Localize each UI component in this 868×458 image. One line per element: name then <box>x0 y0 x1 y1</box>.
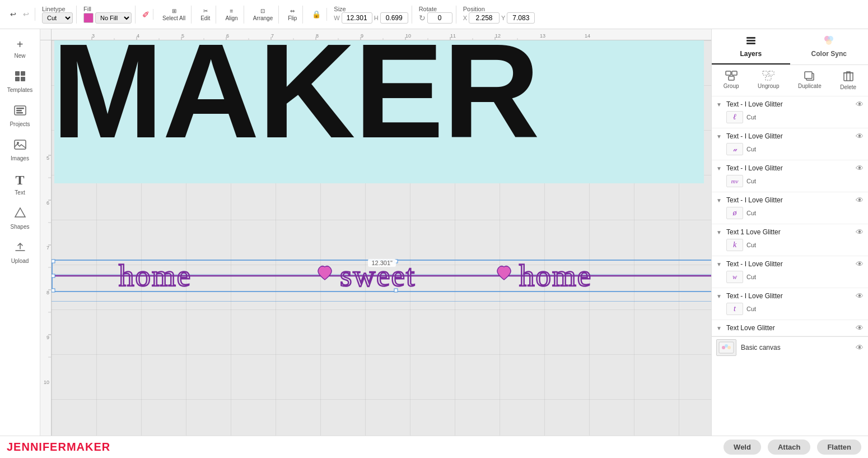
layer-header[interactable]: ▼ Text - I Love Glitter 👁 <box>716 132 864 141</box>
eye-icon[interactable]: 👁 <box>856 228 864 237</box>
layer-thumbnail: t <box>726 303 743 315</box>
jennifer-maker-logo: JENNIFERMAKER <box>7 441 110 454</box>
layer-item: ▼ Text - I Love Glitter 👁 ø Cut <box>712 192 868 224</box>
position-y-input[interactable] <box>507 12 535 24</box>
align-button[interactable]: ≡ Align <box>223 6 240 24</box>
svg-rect-54 <box>746 37 755 39</box>
rotate-label: Rotate <box>419 6 452 12</box>
sidebar-item-images[interactable]: Images <box>3 134 37 166</box>
position-x-label: X <box>463 15 467 21</box>
layer-header[interactable]: ▼ Text 1 Love Glitter 👁 <box>716 228 864 237</box>
tab-color-sync[interactable]: Color Sync <box>790 29 869 64</box>
arrange-button[interactable]: ⊡ Arrange <box>251 6 276 24</box>
svg-rect-5 <box>16 108 24 109</box>
svg-rect-46 <box>52 260 55 263</box>
layer-cut-label: Cut <box>746 274 756 280</box>
eye-icon[interactable]: 👁 <box>856 292 864 300</box>
flip-button[interactable]: ⇔ Flip <box>286 6 299 24</box>
size-group: Size W H <box>330 6 412 24</box>
layer-header[interactable]: ▼ Text - I Love Glitter 👁 <box>716 196 864 205</box>
main-toolbar: ↩ ↩ Linetype Cut Draw Score Fill No Fill… <box>0 0 868 29</box>
undo-button[interactable]: ↩ <box>8 8 18 21</box>
group-button[interactable]: Group <box>719 68 744 92</box>
layer-cut-label: Cut <box>746 242 756 248</box>
linetype-select[interactable]: Cut Draw Score <box>42 12 73 24</box>
svg-point-59 <box>826 39 832 45</box>
layer-header[interactable]: ▼ Text - I Love Glitter 👁 <box>716 100 864 109</box>
svg-rect-64 <box>769 71 774 75</box>
svg-rect-61 <box>732 71 737 75</box>
tab-layers[interactable]: Layers <box>712 29 790 64</box>
flatten-button[interactable]: Flatten <box>817 440 861 455</box>
layer-thumbnail: ø <box>726 207 743 219</box>
attach-button[interactable]: Attach <box>768 440 810 455</box>
eye-icon[interactable]: 👁 <box>856 260 864 269</box>
new-label: New <box>14 53 25 59</box>
weld-button[interactable]: Weld <box>724 440 761 455</box>
svg-rect-67 <box>805 72 812 78</box>
canvas-area[interactable]: 3 4 5 6 7 8 9 10 11 12 13 14 <box>40 29 711 436</box>
sidebar-item-projects[interactable]: Projects <box>3 100 37 132</box>
layer-title: Text - I Love Glitter <box>726 196 852 204</box>
rotate-input[interactable] <box>427 12 452 24</box>
delete-label: Delete <box>840 84 856 90</box>
chevron-icon: ▼ <box>716 293 723 299</box>
chevron-icon: ▼ <box>716 229 723 235</box>
templates-icon <box>14 70 26 85</box>
eye-icon[interactable]: 👁 <box>856 323 864 332</box>
layer-header[interactable]: ▼ Text Love Glitter 👁 <box>716 323 864 332</box>
ruler-corner <box>40 29 52 40</box>
layer-title: Text Love Glitter <box>726 324 852 332</box>
eye-icon[interactable]: 👁 <box>856 100 864 109</box>
layer-title: Text - I Love Glitter <box>726 260 852 268</box>
svg-rect-1 <box>21 71 25 76</box>
position-x-input[interactable] <box>469 12 500 24</box>
eye-icon[interactable]: 👁 <box>856 196 864 205</box>
sidebar-item-shapes[interactable]: Shapes <box>3 202 37 234</box>
sidebar-item-new[interactable]: + New <box>3 34 37 63</box>
delete-button[interactable]: Delete <box>836 68 861 92</box>
position-label: Position <box>463 6 535 12</box>
fill-color-swatch[interactable] <box>83 13 94 23</box>
size-w-input[interactable] <box>342 12 372 24</box>
duplicate-button[interactable]: Duplicate <box>794 68 826 92</box>
left-sidebar: + New Templates Projects Images T Text <box>0 29 40 436</box>
layer-header[interactable]: ▼ Text - I Love Glitter 👁 <box>716 260 864 269</box>
size-h-label: H <box>374 15 379 21</box>
layer-thumbnail: w <box>726 271 743 283</box>
layer-actions: Group Ungroup Duplicate Delete <box>712 65 868 96</box>
fill-select[interactable]: No Fill Solid <box>95 12 132 24</box>
projects-icon <box>14 104 26 119</box>
shapes-icon <box>14 207 26 222</box>
redo-button[interactable]: ↩ <box>21 8 31 21</box>
group-icon <box>725 71 738 82</box>
ungroup-button[interactable]: Ungroup <box>753 68 783 92</box>
sidebar-item-upload[interactable]: Upload <box>3 237 37 269</box>
undo-redo-group: ↩ ↩ <box>4 8 35 21</box>
svg-marker-10 <box>15 208 25 217</box>
eye-icon[interactable]: 👁 <box>856 132 864 141</box>
ruler-left: 5 6 7 8 9 10 <box>40 40 52 436</box>
sidebar-item-text[interactable]: T Text <box>3 168 37 200</box>
select-all-button[interactable]: ⊞ Select All <box>160 6 188 24</box>
layer-title: Text - I Love Glitter <box>726 100 852 108</box>
edit-button[interactable]: ✂ Edit <box>198 6 212 24</box>
layer-header[interactable]: ▼ Text - I Love Glitter 👁 <box>716 164 864 173</box>
canvas-eye-icon[interactable]: 👁 <box>856 343 864 352</box>
ungroup-label: Ungroup <box>758 83 779 89</box>
svg-rect-7 <box>16 112 23 114</box>
eye-icon[interactable]: 👁 <box>856 164 864 173</box>
size-h-input[interactable] <box>380 12 408 24</box>
shapes-label: Shapes <box>11 224 30 230</box>
select-all-icon: ⊞ <box>172 8 176 14</box>
layer-sub: k Cut <box>716 237 864 252</box>
layer-header[interactable]: ▼ Text - I Love Glitter 👁 <box>716 292 864 300</box>
text-icon: T <box>15 173 24 188</box>
layer-item: ▼ Text 1 Love Glitter 👁 k Cut <box>712 224 868 256</box>
layer-sub: t Cut <box>716 300 864 316</box>
svg-rect-52 <box>394 289 398 292</box>
lock-button[interactable]: 🔒 <box>310 8 323 21</box>
sidebar-item-templates[interactable]: Templates <box>3 66 37 98</box>
canvas-inner[interactable]: MAKER 12.301" home sweet home <box>52 40 711 436</box>
layer-sub: mv Cut <box>716 173 864 188</box>
